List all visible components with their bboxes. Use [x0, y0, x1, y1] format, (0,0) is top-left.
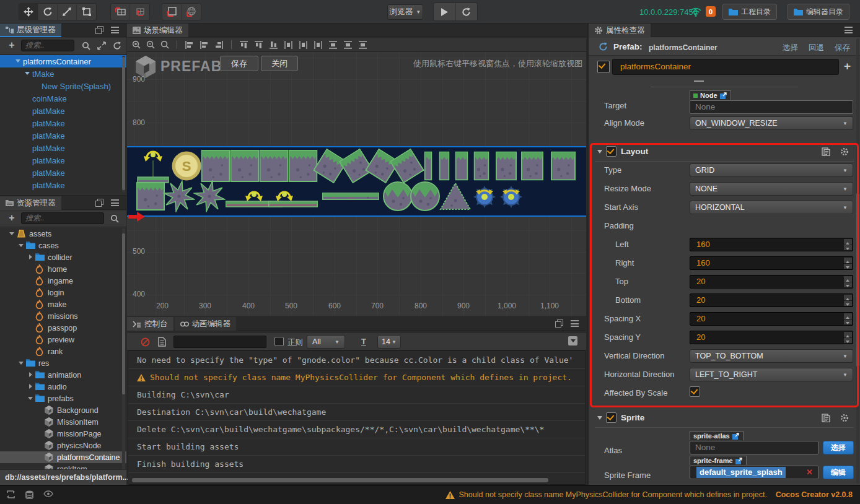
console-log-row[interactable]: Building C:\svn\car	[128, 386, 585, 404]
hierarchy-search-input[interactable]: 搜索..	[21, 40, 74, 51]
asset-node[interactable]: collider	[0, 251, 126, 263]
hierarchy-node[interactable]: coinMake	[0, 92, 126, 105]
console-warning-row[interactable]: Should not specify class name MyPhysicsC…	[128, 369, 585, 386]
tab-hierarchy[interactable]: 层级管理器	[0, 24, 61, 37]
tab-assets[interactable]: 资源管理器	[0, 196, 61, 210]
sprite-coin[interactable]: S	[171, 150, 202, 181]
asset-node[interactable]: make	[0, 298, 126, 310]
tab-inspector[interactable]: 属性检查器	[589, 24, 651, 37]
left-input[interactable]: 160	[690, 238, 853, 251]
number-spinner[interactable]	[844, 239, 852, 250]
project-dir-button[interactable]: 工程目录	[722, 4, 777, 20]
number-spinner[interactable]	[844, 295, 852, 306]
number-spinner[interactable]	[844, 276, 852, 287]
float-panel-icon[interactable]	[95, 26, 103, 34]
expand-all-icon[interactable]	[97, 41, 106, 50]
hierarchy-node[interactable]: platMake	[0, 142, 126, 154]
asset-node[interactable]: passpop	[0, 322, 126, 334]
sprite-diamond[interactable]	[395, 153, 419, 179]
align-v-center-icon[interactable]	[254, 40, 263, 50]
search-icon[interactable]	[82, 41, 90, 50]
add-asset-button[interactable]: +	[6, 212, 17, 224]
zoom-reset-icon[interactable]	[160, 40, 169, 49]
float-panel-icon[interactable]	[555, 319, 563, 328]
tab-animation[interactable]: 动画编辑器	[175, 317, 237, 331]
asset-node[interactable]: MissionItem	[0, 416, 126, 428]
hierarchy-node[interactable]: platMake	[0, 105, 126, 117]
prefab-revert-link[interactable]: 回退	[809, 43, 824, 53]
float-panel-icon[interactable]	[95, 199, 103, 207]
world-coordinate-button[interactable]	[182, 4, 201, 20]
asset-node[interactable]: ingame	[0, 275, 126, 287]
bottom-input[interactable]: 20	[690, 293, 853, 307]
layout-enabled-checkbox[interactable]	[606, 146, 616, 157]
sprite-triangle[interactable]	[439, 182, 472, 211]
node-collapse-dash[interactable]	[694, 80, 704, 82]
asset-node[interactable]: preview	[0, 334, 126, 345]
layout-section-header[interactable]: Layout	[589, 145, 855, 160]
console-log-row[interactable]: Destination C:\svn\car\build\wechatgame	[128, 404, 585, 421]
panel-menu-icon[interactable]	[845, 27, 853, 33]
preview-target-select[interactable]: 浏览器▼	[387, 4, 423, 20]
number-spinner[interactable]	[844, 313, 852, 324]
asset-node[interactable]: res	[0, 357, 126, 369]
log-file-icon[interactable]	[158, 337, 166, 347]
align-right-icon[interactable]	[214, 40, 224, 50]
gear-icon[interactable]	[840, 414, 849, 422]
atlas-value-input[interactable]: None	[690, 441, 818, 454]
sprite-enabled-checkbox[interactable]	[606, 412, 616, 423]
vertical-direction-select[interactable]: TOP_TO_BOTTOM▼	[690, 349, 853, 363]
play-button[interactable]	[434, 3, 456, 20]
horizontal-direction-select[interactable]: LEFT_TO_RIGHT▼	[690, 368, 853, 381]
sprite-bar[interactable]	[439, 152, 450, 181]
refresh-assets-icon[interactable]	[6, 490, 15, 498]
tab-scene[interactable]: 场景编辑器	[127, 24, 188, 37]
external-link-icon[interactable]	[735, 458, 742, 464]
zoom-out-icon[interactable]	[146, 40, 155, 49]
sprite-frame-edit-button[interactable]: 编辑	[823, 466, 854, 479]
spacing-y-input[interactable]: 20	[690, 331, 853, 344]
sprite-diamond[interactable]	[344, 153, 369, 179]
distribute-v-bottom-icon[interactable]	[358, 40, 367, 50]
sprite-frame-value-input[interactable]: default_sprite_splash ✕	[690, 466, 818, 479]
move-tool-button[interactable]	[19, 4, 38, 20]
inspector-scrollbar[interactable]	[856, 193, 859, 367]
asset-node[interactable]: animation	[0, 369, 126, 381]
sprite-block[interactable]	[260, 150, 289, 182]
local-coordinate-button[interactable]	[162, 4, 182, 20]
asset-node[interactable]: home	[0, 263, 126, 275]
panel-menu-icon[interactable]	[111, 27, 119, 33]
scale-tool-button[interactable]	[58, 4, 77, 20]
number-spinner[interactable]	[844, 332, 852, 343]
sprite-block[interactable]	[289, 150, 318, 182]
asset-node[interactable]: audio	[0, 381, 126, 393]
help-doc-icon[interactable]	[822, 147, 830, 156]
asset-node[interactable]: physicsNode	[0, 440, 126, 451]
help-doc-icon[interactable]	[822, 414, 830, 422]
sprite-block2[interactable]	[136, 182, 165, 211]
sprite-section-header[interactable]: Sprite	[589, 411, 855, 426]
font-size-select[interactable]: 14▼	[377, 335, 401, 349]
sprite-bar[interactable]	[424, 152, 432, 181]
sprite-barwide[interactable]	[496, 152, 517, 181]
asset-node[interactable]: missionPage	[0, 428, 126, 440]
hierarchy-scrollbar[interactable]	[122, 57, 125, 190]
spacing-x-input[interactable]: 20	[690, 312, 853, 326]
asset-node[interactable]: Background	[0, 404, 126, 416]
collapse-arrow-icon[interactable]	[597, 150, 602, 156]
assets-search-input[interactable]: 搜索..	[21, 212, 104, 224]
atlas-select-button[interactable]: 选择	[823, 441, 854, 454]
hierarchy-node[interactable]: platformsContainer	[0, 55, 126, 67]
rotate-tool-button[interactable]	[38, 4, 58, 20]
sprite-spring[interactable]	[136, 148, 170, 184]
asset-node[interactable]: cases	[0, 240, 126, 251]
anchor-mode-button[interactable]	[130, 4, 149, 20]
hierarchy-node[interactable]: New Sprite(Splash)	[0, 80, 126, 92]
sprite-barwide[interactable]	[551, 152, 576, 181]
sprite-springplat[interactable]	[268, 185, 318, 207]
refresh-icon[interactable]	[113, 41, 121, 50]
distribute-v-top-icon[interactable]	[328, 40, 338, 50]
search-icon[interactable]	[110, 214, 119, 223]
distribute-h-left-icon[interactable]	[284, 40, 293, 50]
node-name-input[interactable]: platformsContainer	[612, 59, 839, 75]
